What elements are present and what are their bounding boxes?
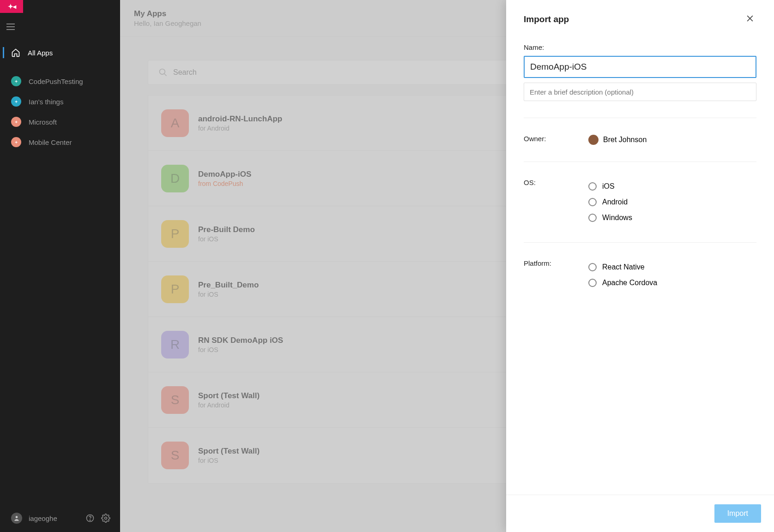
radio-icon (588, 182, 597, 191)
app-badge-icon: S (161, 442, 189, 469)
app-logo[interactable]: ✦◂ (0, 0, 23, 13)
import-button[interactable]: Import (714, 504, 761, 523)
divider (524, 242, 756, 243)
radio-label: iOS (602, 182, 615, 191)
app-subtitle: for iOS (198, 235, 255, 243)
settings-gear-icon[interactable] (101, 513, 111, 523)
home-icon (11, 48, 20, 57)
radio-label: Android (602, 198, 628, 206)
hamburger-menu-icon[interactable] (6, 21, 18, 32)
logo-icon: ✦◂ (8, 3, 16, 10)
org-badge-icon: ✦ (11, 137, 21, 147)
description-input[interactable] (524, 83, 756, 101)
owner-value[interactable]: Bret Johnson (588, 135, 756, 145)
org-item[interactable]: ✦ Microsoft (0, 112, 120, 132)
radio-icon (588, 279, 597, 287)
app-subtitle: for Android (198, 125, 282, 132)
radio-icon (588, 198, 597, 206)
org-label: Mobile Center (29, 138, 72, 146)
svg-point-2 (90, 520, 90, 520)
search-icon (158, 68, 168, 77)
app-subtitle: for iOS (198, 291, 259, 298)
org-label: CodePushTesting (29, 78, 83, 85)
org-list: ✦ CodePushTesting ✦ Ian's things ✦ Micro… (0, 71, 120, 152)
app-name: DemoApp-iOS (198, 170, 251, 179)
radio-icon (588, 214, 597, 222)
radio-label: Apache Cordova (602, 279, 657, 287)
org-label: Microsoft (29, 118, 57, 126)
radio-icon (588, 263, 597, 271)
divider (524, 161, 756, 162)
os-option[interactable]: Android (588, 194, 756, 210)
platform-option[interactable]: Apache Cordova (588, 275, 756, 291)
app-name: Pre-Built Demo (198, 225, 255, 234)
app-badge-icon: R (161, 331, 189, 359)
nav-all-apps[interactable]: All Apps (0, 42, 120, 63)
close-icon[interactable] (745, 14, 756, 25)
app-badge-icon: P (161, 275, 189, 303)
panel-title: Import app (524, 14, 569, 24)
svg-line-5 (164, 74, 167, 76)
org-badge-icon: ✦ (11, 76, 21, 86)
app-subtitle: for iOS (198, 346, 283, 353)
app-subtitle: for Android (198, 401, 260, 409)
app-name: android-RN-LunchApp (198, 114, 282, 124)
name-input[interactable] (524, 56, 756, 78)
owner-avatar-icon (588, 135, 599, 145)
org-badge-icon: ✦ (11, 96, 21, 107)
os-option[interactable]: iOS (588, 179, 756, 194)
app-badge-icon: A (161, 109, 189, 137)
platform-label: Platform: (524, 259, 588, 291)
sidebar: ✦◂ All Apps ✦ CodePushTesting ✦ Ian's th… (0, 0, 120, 532)
svg-point-3 (105, 517, 107, 520)
sidebar-footer: iageoghe (0, 504, 120, 532)
org-item[interactable]: ✦ Mobile Center (0, 132, 120, 152)
app-badge-icon: D (161, 165, 189, 192)
app-badge-icon: S (161, 386, 189, 414)
app-name: Pre_Built_Demo (198, 281, 259, 290)
org-label: Ian's things (29, 98, 63, 106)
radio-label: Windows (602, 214, 632, 222)
owner-name: Bret Johnson (603, 136, 647, 144)
os-option[interactable]: Windows (588, 210, 756, 226)
name-label: Name: (524, 43, 756, 51)
app-name: Sport (Test Wall) (198, 391, 260, 400)
app-name: Sport (Test Wall) (198, 447, 260, 456)
svg-point-0 (16, 516, 18, 518)
os-label: OS: (524, 179, 588, 226)
radio-label: React Native (602, 263, 645, 271)
app-subtitle: from CodePush (198, 180, 251, 187)
import-panel: Import app Name: Owner: Bret Johnson OS:… (506, 0, 774, 532)
app-subtitle: for iOS (198, 457, 260, 464)
org-item[interactable]: ✦ Ian's things (0, 91, 120, 112)
nav-all-apps-label: All Apps (28, 49, 53, 57)
org-badge-icon: ✦ (11, 117, 21, 127)
platform-option[interactable]: React Native (588, 259, 756, 275)
svg-point-4 (160, 69, 165, 75)
owner-label: Owner: (524, 135, 588, 145)
divider (524, 118, 756, 118)
footer-username: iageoghe (29, 514, 57, 522)
org-item[interactable]: ✦ CodePushTesting (0, 71, 120, 91)
app-name: RN SDK DemoApp iOS (198, 336, 283, 345)
app-badge-icon: P (161, 220, 189, 248)
help-icon[interactable] (85, 513, 95, 523)
user-avatar-icon[interactable] (11, 513, 22, 524)
